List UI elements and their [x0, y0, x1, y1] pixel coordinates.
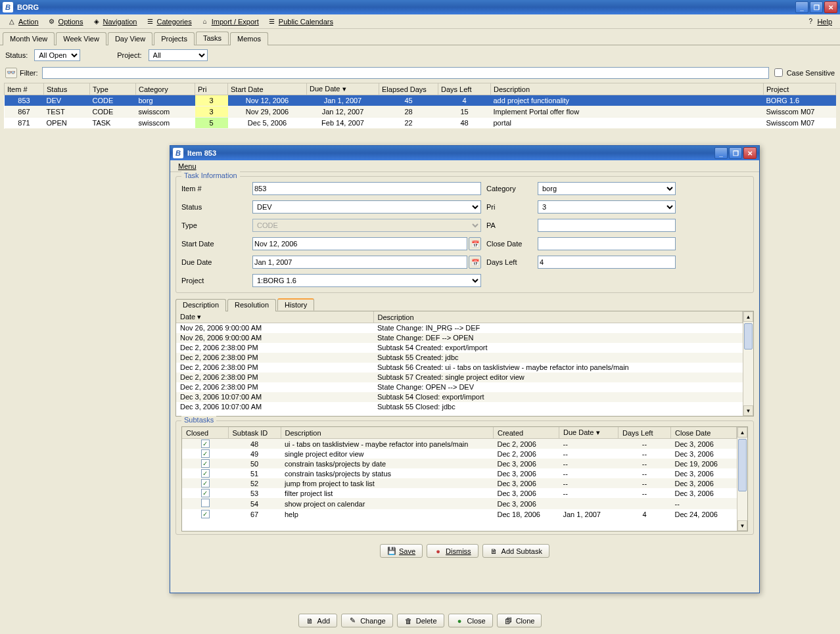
- filter-bar: Status: All Open Project: All: [0, 45, 840, 65]
- app-title: BORG: [17, 3, 795, 11]
- binoculars-icon: 👓: [5, 68, 17, 78]
- tab-week-view[interactable]: Week View: [56, 32, 106, 45]
- table-header-row[interactable]: Item # Status Type Category Pri Start Da…: [5, 83, 836, 95]
- maximize-button[interactable]: ❐: [810, 1, 823, 13]
- col-pri: Pri: [195, 83, 228, 95]
- text-filter-row: 👓 Filter: Case Sensitive: [0, 65, 840, 83]
- app-icon: B: [3, 2, 13, 12]
- filter-label: Filter:: [20, 69, 38, 77]
- col-elapsed: Elapsed Days: [379, 83, 438, 95]
- tab-memos[interactable]: Memos: [230, 32, 268, 45]
- project-label: Project:: [117, 51, 141, 59]
- table-row[interactable]: 853DEVCODEborg3Nov 12, 2006Jan 1, 200745…: [5, 95, 836, 106]
- col-project: Project: [764, 83, 836, 95]
- help-icon: ?: [806, 18, 814, 26]
- col-due: Due Date ▾: [307, 83, 379, 95]
- tab-day-view[interactable]: Day View: [108, 32, 152, 45]
- filter-input[interactable]: [42, 67, 769, 79]
- tab-month-view[interactable]: Month View: [3, 32, 55, 45]
- col-days-left: Days Left: [438, 83, 491, 95]
- menu-import-export[interactable]: ⌂Import / Export: [197, 16, 263, 27]
- col-category: Category: [136, 83, 195, 95]
- case-sensitive-checkbox[interactable]: Case Sensitive: [772, 66, 835, 79]
- close-window-button[interactable]: ✕: [824, 1, 837, 13]
- status-label: Status:: [5, 51, 28, 59]
- menu-action[interactable]: △Action: [4, 16, 43, 27]
- minimize-button[interactable]: _: [795, 1, 808, 13]
- menu-options[interactable]: ⚙Options: [44, 16, 87, 27]
- tab-projects[interactable]: Projects: [154, 32, 195, 45]
- import-export-icon: ⌂: [201, 18, 209, 26]
- menu-public-calendars[interactable]: ☰Public Calendars: [264, 16, 337, 27]
- table-row[interactable]: 867TESTCODEswisscom3Nov 29, 2006Jan 12, …: [5, 106, 836, 118]
- status-select[interactable]: All Open: [34, 49, 80, 61]
- col-status: Status: [44, 83, 90, 95]
- menu-categories[interactable]: ☰Categories: [142, 16, 195, 27]
- tab-tasks[interactable]: Tasks: [196, 32, 229, 45]
- menu-navigation[interactable]: ◈Navigation: [89, 16, 141, 27]
- col-start: Start Date: [228, 83, 307, 95]
- col-type: Type: [90, 83, 136, 95]
- categories-icon: ☰: [146, 18, 154, 26]
- options-icon: ⚙: [48, 18, 56, 26]
- action-icon: △: [8, 18, 16, 26]
- view-tabs: Month View Week View Day View Projects T…: [0, 29, 840, 45]
- project-select[interactable]: All: [149, 49, 208, 61]
- col-item: Item #: [5, 83, 44, 95]
- navigation-icon: ◈: [93, 18, 101, 26]
- menubar: △Action ⚙Options ◈Navigation ☰Categories…: [0, 14, 840, 29]
- menu-help[interactable]: ?Help: [803, 16, 836, 27]
- public-calendars-icon: ☰: [268, 18, 276, 26]
- task-grid: Item # Status Type Category Pri Start Da…: [4, 83, 836, 129]
- app-titlebar: B BORG _ ❐ ✕: [0, 0, 840, 14]
- table-row[interactable]: 871OPENTASKswisscom5Dec 5, 2006Feb 14, 2…: [5, 118, 836, 129]
- col-desc: Description: [491, 83, 764, 95]
